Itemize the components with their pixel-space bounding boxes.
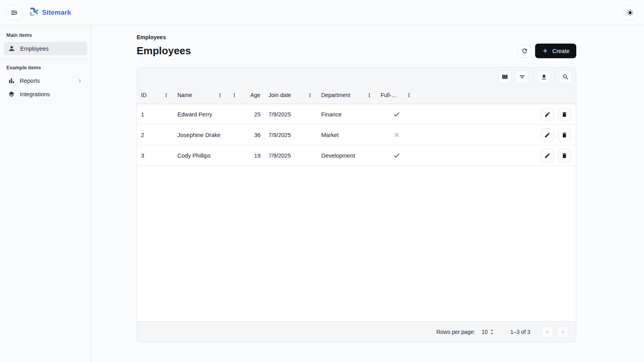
grid-empty-area: [137, 166, 576, 321]
column-label: Department: [321, 92, 350, 98]
bar-chart-icon: [8, 77, 15, 84]
cell-full-time: [377, 125, 416, 145]
sidebar-item-label: Employees: [20, 46, 49, 52]
pagination-range: 1–3 of 3: [510, 329, 530, 335]
create-button-label: Create: [552, 48, 570, 54]
cell-join-date: 7/9/2025: [265, 145, 317, 166]
refresh-icon: [521, 48, 528, 54]
export-button[interactable]: [537, 70, 551, 84]
column-label: Age: [250, 92, 260, 98]
filter-icon: [519, 74, 526, 80]
cell-department: Market: [317, 125, 377, 145]
table-row: 1 Edward Perry 25 7/9/2025 Finance: [137, 104, 576, 125]
person-icon: [8, 45, 15, 52]
refresh-button[interactable]: [518, 44, 531, 58]
column-menu-icon[interactable]: [366, 92, 372, 98]
cell-id: 2: [137, 125, 173, 145]
column-header-full-time[interactable]: Full-...: [377, 86, 416, 104]
cell-age: 25: [227, 104, 265, 124]
row-actions: [541, 128, 576, 142]
rows-per-page-select[interactable]: 10: [482, 329, 495, 335]
check-icon: [393, 152, 400, 159]
brand[interactable]: Sitemark: [29, 7, 71, 19]
check-icon: [393, 111, 400, 118]
sidebar-item-label: Reports: [20, 78, 40, 84]
grid-header-row: ID Name Age Join date: [137, 86, 576, 104]
row-actions: [541, 149, 576, 162]
column-label: ID: [141, 92, 147, 98]
column-header-join-date[interactable]: Join date: [265, 86, 317, 104]
chevron-right-icon: [76, 78, 83, 84]
table-row: 2 Josephine Drake 36 7/9/2025 Market: [137, 125, 576, 145]
trash-icon: [561, 132, 568, 138]
row-actions: [541, 108, 576, 121]
cell-full-time: [377, 104, 416, 124]
pencil-icon: [544, 152, 551, 159]
cell-name: Josephine Drake: [173, 125, 227, 145]
columns-button[interactable]: [498, 70, 512, 84]
columns-icon: [502, 74, 508, 80]
cell-id: 3: [137, 145, 173, 166]
column-menu-icon[interactable]: [163, 92, 169, 98]
column-header-name[interactable]: Name: [173, 86, 227, 104]
sitemark-logo-icon: [29, 7, 39, 19]
column-header-id[interactable]: ID: [137, 86, 173, 104]
sidebar-section-main-items: Main items: [0, 29, 91, 41]
grid-toolbar: [137, 67, 576, 86]
plus-icon: [542, 48, 549, 54]
sun-icon: [627, 9, 634, 16]
edit-button[interactable]: [541, 128, 554, 142]
theme-toggle-button[interactable]: [623, 5, 638, 20]
breadcrumb: Employees: [137, 34, 576, 40]
page-title: Employees: [137, 45, 191, 57]
column-menu-icon[interactable]: [217, 92, 223, 98]
trash-icon: [561, 152, 568, 159]
column-menu-icon[interactable]: [307, 92, 313, 98]
previous-page-button[interactable]: [541, 326, 553, 338]
download-icon: [541, 74, 547, 80]
create-button[interactable]: Create: [535, 44, 576, 58]
table-row: 3 Cody Phillips 19 7/9/2025 Development: [137, 145, 576, 166]
cell-department: Finance: [317, 104, 377, 124]
edit-button[interactable]: [541, 108, 554, 121]
column-header-age[interactable]: Age: [227, 86, 265, 104]
toolbar-divider: [554, 72, 555, 81]
chevron-left-icon: [544, 329, 551, 335]
sidebar-item-employees[interactable]: Employees: [4, 42, 87, 55]
menu-open-icon: [10, 9, 18, 17]
column-menu-icon[interactable]: [231, 92, 237, 98]
grid-footer: Rows per page: 10 1–3 of 3: [137, 321, 576, 342]
cell-age: 36: [227, 125, 265, 145]
sidebar-item-integrations[interactable]: Integrations: [4, 88, 87, 101]
sidebar-item-reports[interactable]: Reports: [4, 74, 87, 87]
search-icon: [562, 74, 569, 80]
toolbar-divider: [533, 72, 533, 81]
close-icon: [393, 131, 400, 139]
delete-button[interactable]: [558, 108, 571, 121]
main-content: Employees Employees Create: [91, 25, 644, 362]
sidebar: Main items Employees Example items Repor…: [0, 25, 91, 362]
filter-button[interactable]: [515, 70, 529, 84]
data-grid: ID Name Age Join date: [137, 67, 576, 343]
column-label: Full-...: [381, 92, 396, 98]
search-button[interactable]: [559, 70, 572, 84]
column-header-department[interactable]: Department: [317, 86, 377, 104]
sidebar-section-example-items: Example items: [0, 61, 91, 74]
topbar: Sitemark: [0, 0, 644, 25]
brand-name: Sitemark: [42, 9, 71, 17]
sidebar-divider: [0, 59, 91, 59]
cell-age: 19: [227, 145, 265, 166]
sidebar-toggle-button[interactable]: [6, 5, 22, 21]
next-page-button[interactable]: [557, 326, 569, 338]
rows-per-page-value: 10: [482, 329, 488, 335]
delete-button[interactable]: [558, 128, 571, 142]
cell-name: Cody Phillips: [173, 145, 227, 166]
pencil-icon: [544, 132, 551, 138]
pencil-icon: [544, 111, 551, 118]
delete-button[interactable]: [558, 149, 571, 162]
column-label: Name: [177, 92, 192, 98]
unfold-more-icon: [489, 329, 495, 335]
sidebar-item-label: Integrations: [20, 91, 50, 97]
column-menu-icon[interactable]: [406, 92, 412, 98]
edit-button[interactable]: [541, 149, 554, 162]
